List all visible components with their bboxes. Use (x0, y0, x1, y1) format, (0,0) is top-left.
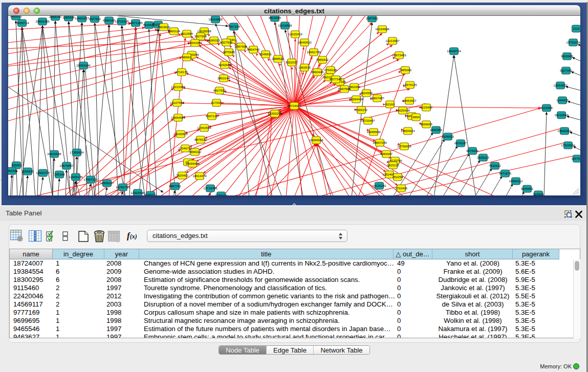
svg-text:2718176: 2718176 (176, 70, 188, 74)
svg-text:17016504: 17016504 (561, 143, 575, 147)
svg-text:9084067: 9084067 (380, 152, 393, 156)
svg-text:14055714: 14055714 (15, 21, 29, 25)
svg-text:19654985: 19654985 (171, 116, 185, 119)
svg-text:4577345: 4577345 (330, 77, 342, 81)
svg-text:10653267: 10653267 (75, 16, 89, 20)
svg-text:20206538: 20206538 (47, 152, 61, 156)
svg-text:16914479: 16914479 (192, 174, 207, 178)
svg-text:8990448: 8990448 (311, 70, 324, 74)
svg-text:9242848: 9242848 (219, 63, 231, 67)
svg-text:17359924: 17359924 (70, 150, 84, 154)
svg-text:20053346: 20053346 (76, 63, 91, 67)
svg-text:9327508: 9327508 (220, 40, 233, 44)
svg-text:8813054: 8813054 (269, 16, 281, 19)
svg-text:2588520: 2588520 (272, 57, 285, 60)
svg-text:9115460: 9115460 (420, 105, 432, 109)
svg-text:16154808: 16154808 (375, 27, 389, 31)
svg-text:12353594: 12353594 (197, 126, 211, 129)
svg-text:3824554: 3824554 (360, 91, 373, 95)
svg-text:9227342: 9227342 (560, 69, 573, 72)
svg-text:9146821: 9146821 (259, 52, 272, 56)
svg-text:8322037: 8322037 (286, 60, 298, 64)
svg-text:8454749: 8454749 (247, 48, 260, 51)
svg-text:9245652: 9245652 (521, 187, 534, 190)
svg-text:6497568: 6497568 (338, 87, 351, 91)
svg-text:16107552: 16107552 (170, 101, 184, 104)
svg-text:3875685: 3875685 (223, 50, 235, 54)
svg-text:10025438: 10025438 (396, 108, 410, 112)
svg-text:1156829: 1156829 (21, 169, 34, 173)
svg-text:7386372: 7386372 (355, 108, 368, 112)
svg-text:1615132: 1615132 (387, 163, 400, 167)
svg-text:1362615: 1362615 (298, 65, 311, 69)
svg-text:39154: 39154 (8, 169, 16, 172)
svg-text:19654923: 19654923 (401, 129, 415, 133)
svg-text:16648754: 16648754 (447, 49, 461, 53)
svg-text:924505: 924505 (533, 192, 544, 195)
svg-text:20364436: 20364436 (349, 97, 363, 101)
svg-text:8960124: 8960124 (168, 29, 181, 33)
svg-text:9474444: 9474444 (466, 149, 479, 152)
svg-text:12975125: 12975125 (403, 83, 417, 86)
svg-text:8427552: 8427552 (213, 89, 226, 92)
svg-text:12905135: 12905135 (69, 175, 83, 179)
svg-text:10688609: 10688609 (366, 130, 381, 134)
svg-text:1065326: 1065326 (62, 16, 75, 19)
svg-text:1405571: 1405571 (10, 16, 23, 18)
svg-text:1640954: 1640954 (430, 128, 443, 132)
svg-text:14099489: 14099489 (185, 162, 200, 165)
svg-text:14136141: 14136141 (372, 184, 386, 187)
svg-text:10756928: 10756928 (397, 144, 411, 148)
svg-text:10973493: 10973493 (392, 53, 406, 57)
svg-text:12093822: 12093822 (553, 83, 568, 87)
svg-text:12213389: 12213389 (171, 85, 185, 89)
svg-text:98961: 98961 (182, 55, 191, 59)
svg-text:5938923: 5938923 (442, 135, 454, 138)
svg-text:7485063: 7485063 (399, 68, 412, 72)
svg-text:8267130: 8267130 (206, 114, 219, 118)
svg-text:817006: 817006 (211, 101, 222, 104)
svg-text:12923448: 12923448 (130, 191, 145, 194)
svg-text:7955812: 7955812 (316, 58, 329, 61)
svg-text:20691406: 20691406 (35, 19, 50, 23)
svg-text:1527602: 1527602 (89, 17, 101, 20)
svg-text:10958107: 10958107 (100, 181, 114, 185)
svg-text:7663822: 7663822 (158, 25, 170, 29)
svg-text:13325419: 13325419 (288, 32, 302, 36)
svg-text:8878332: 8878332 (194, 138, 207, 141)
svg-text:335001: 335001 (11, 163, 22, 167)
svg-text:19463627: 19463627 (402, 99, 417, 102)
svg-text:9699695: 9699695 (420, 122, 433, 126)
svg-text:17957223: 17957223 (83, 178, 98, 181)
svg-text:8912954: 8912954 (181, 32, 193, 35)
svg-text:12942737: 12942737 (36, 171, 50, 174)
svg-text:13226058: 13226058 (197, 29, 211, 33)
svg-text:8215958: 8215958 (540, 106, 553, 110)
svg-text:9245012: 9245012 (144, 193, 157, 195)
svg-text:7632621: 7632621 (489, 164, 502, 167)
svg-text:1733426: 1733426 (395, 186, 408, 190)
svg-text:1112: 1112 (573, 27, 580, 30)
svg-text:7625402: 7625402 (176, 173, 189, 177)
svg-text:6466160: 6466160 (103, 18, 116, 22)
svg-text:62160: 62160 (385, 102, 395, 106)
svg-text:19384554: 19384554 (309, 138, 323, 142)
svg-text:2069140: 2069140 (49, 16, 62, 18)
svg-text:15692901: 15692901 (557, 129, 572, 133)
svg-text:6879197: 6879197 (454, 141, 467, 145)
svg-text:2935114: 2935114 (477, 156, 489, 159)
svg-text:1244415: 1244415 (556, 98, 569, 102)
svg-text:19975867: 19975867 (59, 164, 74, 167)
svg-text:10807487: 10807487 (370, 96, 384, 100)
svg-text:10719185: 10719185 (115, 19, 129, 23)
svg-text:18724007: 18724007 (287, 104, 301, 107)
svg-text:2803144: 2803144 (217, 76, 230, 80)
svg-text:5804: 5804 (412, 115, 420, 119)
svg-text:18807249: 18807249 (373, 141, 387, 144)
svg-text:8471676: 8471676 (499, 171, 512, 175)
svg-text:252254: 252254 (393, 175, 403, 179)
svg-text:17046736: 17046736 (178, 146, 192, 150)
svg-text:9327506: 9327506 (194, 34, 207, 38)
svg-text:15751074: 15751074 (566, 40, 580, 44)
svg-text:19166825: 19166825 (173, 132, 188, 136)
